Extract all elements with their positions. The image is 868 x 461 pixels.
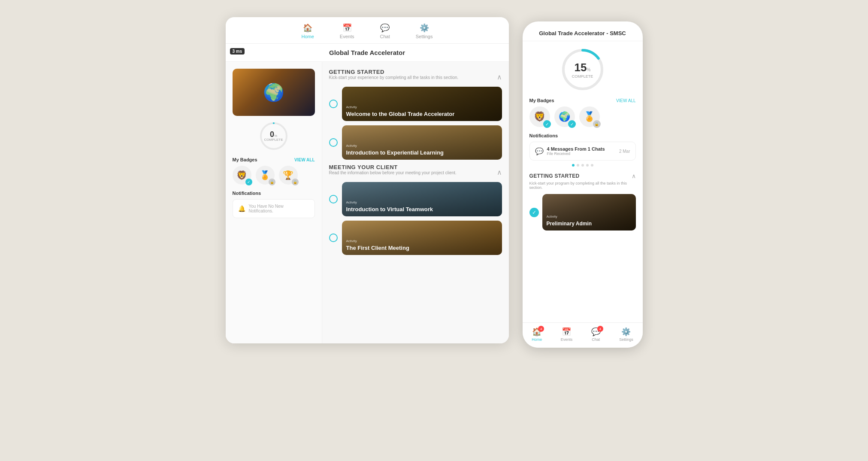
meeting-client-header: MEETING YOUR CLIENT Read the information… xyxy=(329,164,502,180)
badges-section-header: My Badges VIEW ALL xyxy=(233,157,315,162)
activity-card-teamwork[interactable]: Activity Introduction to Virtual Teamwor… xyxy=(329,182,502,216)
activity-name-teamwork: Introduction to Virtual Teamwork xyxy=(346,206,433,212)
badge-check-1: ✓ xyxy=(245,179,252,185)
activity-thumb-first-meeting[interactable]: Activity The First Client Meeting xyxy=(342,221,502,255)
activity-text-experiential: Activity Introduction to Experiential Le… xyxy=(346,144,444,156)
phone-tab-events[interactable]: 📅 Events xyxy=(561,327,573,342)
phone-progress-text: 15% COMPLETE xyxy=(572,61,593,79)
getting-started-collapse-btn[interactable]: ∧ xyxy=(497,73,502,81)
activity-tag-teamwork: Activity xyxy=(346,200,433,204)
activity-tag-first-meeting: Activity xyxy=(346,239,409,243)
phone-activity-checkbox-prelim[interactable]: ✓ xyxy=(529,208,539,217)
dot-1 xyxy=(572,164,575,167)
activity-name-experiential: Introduction to Experiential Learning xyxy=(346,149,444,156)
tab-home-label: Home xyxy=(302,34,314,39)
badge-emoji-3: 🏆 xyxy=(283,170,293,180)
phone-activity-card-prelim[interactable]: ✓ Activity Preliminary Admin xyxy=(529,194,636,230)
phone-progress-percent: % xyxy=(587,67,591,72)
activity-checkbox-welcome[interactable] xyxy=(329,100,338,108)
phone-navigation: 🏠 4 Home 📅 Events 💬 4 Chat ⚙️ Settings xyxy=(523,322,643,348)
tab-events[interactable]: 📅 Events xyxy=(340,23,354,39)
notifications-box: 🔔 You Have No New Notifications. xyxy=(233,199,315,218)
phone-progress-number: 15 xyxy=(575,61,587,74)
activity-bg-teamwork: Activity Introduction to Virtual Teamwor… xyxy=(342,182,502,216)
badge-lock-3: 🔒 xyxy=(292,179,299,185)
phone-activity-tag-prelim: Activity xyxy=(547,215,592,218)
phone-badges-section: My Badges VIEW ALL 🦁 ✓ 🌍 ✓ 🏅 🔒 xyxy=(529,98,636,127)
badges-title: My Badges xyxy=(233,157,257,162)
phone-notif-content: 4 Messages From 1 Chats File Received xyxy=(547,146,605,156)
phone-notif-date: 2 Mar xyxy=(619,149,630,154)
dot-5 xyxy=(591,164,593,167)
getting-started-desc: Kick-start your experience by completing… xyxy=(329,75,459,80)
phone-gs-collapse-btn[interactable]: ∧ xyxy=(632,173,636,179)
phone-notifications-title: Notifications xyxy=(529,133,636,138)
phone-home-badge: 4 xyxy=(538,326,544,332)
phone-tab-settings-label: Settings xyxy=(619,337,633,342)
badge-lock-2: 🔒 xyxy=(269,179,275,185)
tablet-main-content: GETTING STARTED Kick-start your experien… xyxy=(322,62,509,343)
phone-carousel-dots xyxy=(529,164,636,167)
activity-thumb-experiential[interactable]: Activity Introduction to Experiential Le… xyxy=(342,125,502,160)
getting-started-section: GETTING STARTED Kick-start your experien… xyxy=(329,69,502,160)
tablet-sidebar: 🌍 0% COMPLETE My Badges VIEW ALL xyxy=(226,62,322,343)
activity-card-first-meeting[interactable]: Activity The First Client Meeting xyxy=(329,221,502,255)
tab-chat[interactable]: 💬 Chat xyxy=(380,23,390,39)
tablet-body: 🌍 0% COMPLETE My Badges VIEW ALL xyxy=(226,62,509,343)
activity-card-welcome[interactable]: Activity Welcome to the Global Trade Acc… xyxy=(329,87,502,121)
meeting-client-title: MEETING YOUR CLIENT xyxy=(329,164,457,170)
phone-badges-title: My Badges xyxy=(529,98,554,103)
meeting-client-desc: Read the information below before your m… xyxy=(329,170,457,175)
phone-badge-emoji-1: 🦁 xyxy=(534,111,545,122)
tab-home[interactable]: 🏠 Home xyxy=(302,23,314,39)
bell-icon: 🔔 xyxy=(238,205,245,212)
activity-checkbox-first-meeting[interactable] xyxy=(329,234,338,242)
phone-getting-started-section: GETTING STARTED ∧ Kick-start your progra… xyxy=(529,173,636,230)
activity-thumb-welcome[interactable]: Activity Welcome to the Global Trade Acc… xyxy=(342,87,502,121)
phone-tab-chat[interactable]: 💬 4 Chat xyxy=(591,327,601,342)
phone-badge-2: 🌍 ✓ xyxy=(554,106,575,127)
phone-badges-row: 🦁 ✓ 🌍 ✓ 🏅 🔒 xyxy=(529,106,636,127)
badge-emoji-1: 🦁 xyxy=(236,170,247,180)
progress-text: 0% COMPLETE xyxy=(264,130,283,142)
phone-activity-bg-prelim: Activity Preliminary Admin xyxy=(542,194,636,230)
activity-thumb-teamwork[interactable]: Activity Introduction to Virtual Teamwor… xyxy=(342,182,502,216)
getting-started-title: GETTING STARTED xyxy=(329,69,459,75)
phone-tab-settings[interactable]: ⚙️ Settings xyxy=(619,327,633,342)
phone-badge-emoji-3: 🏅 xyxy=(584,111,595,122)
activity-tag-welcome: Activity xyxy=(346,105,455,109)
phone-header: Global Trade Accelerator - SMSC xyxy=(523,21,643,41)
phone-notif-icon: 💬 xyxy=(535,147,544,155)
chat-icon: 💬 xyxy=(380,23,390,33)
activity-card-experiential[interactable]: Activity Introduction to Experiential Le… xyxy=(329,125,502,160)
phone-notification-card[interactable]: 💬 4 Messages From 1 Chats File Received … xyxy=(529,142,636,161)
phone-badge-check-2: ✓ xyxy=(568,120,576,128)
tab-chat-label: Chat xyxy=(380,34,390,39)
activity-checkbox-experiential[interactable] xyxy=(329,138,338,147)
phone-gs-title: GETTING STARTED xyxy=(529,173,580,179)
badge-item-2: 🏅 🔒 xyxy=(256,166,275,185)
badge-emoji-2: 🏅 xyxy=(260,170,270,180)
activity-name-welcome: Welcome to the Global Trade Accelerator xyxy=(346,111,455,117)
phone-tab-home[interactable]: 🏠 4 Home xyxy=(532,327,542,342)
tab-settings[interactable]: ⚙️ Settings xyxy=(416,23,433,39)
phone-activity-thumb-prelim[interactable]: Activity Preliminary Admin xyxy=(542,194,636,230)
hero-image: 🌍 xyxy=(233,69,315,116)
phone-events-icon: 📅 xyxy=(562,327,571,337)
phone-activity-text-prelim: Activity Preliminary Admin xyxy=(547,215,592,227)
phone-badges-header: My Badges VIEW ALL xyxy=(529,98,636,103)
phone-view-all-link[interactable]: VIEW ALL xyxy=(616,98,636,103)
meeting-client-collapse-btn[interactable]: ∧ xyxy=(497,168,502,176)
progress-label: COMPLETE xyxy=(264,138,283,142)
phone-body: 15% COMPLETE My Badges VIEW ALL 🦁 ✓ 🌍 ✓ xyxy=(523,41,643,322)
tablet-device: 🏠 Home 📅 Events 💬 Chat ⚙️ Settings 3 ms … xyxy=(226,17,509,343)
phone-notifications-section: Notifications 💬 4 Messages From 1 Chats … xyxy=(529,133,636,167)
phone-notif-subtitle: File Received xyxy=(547,152,605,156)
phone-badge-emoji-2: 🌍 xyxy=(559,111,570,122)
view-all-badges-link[interactable]: VIEW ALL xyxy=(294,158,315,162)
activity-bg-welcome: Activity Welcome to the Global Trade Acc… xyxy=(342,87,502,121)
phone-activity-name-prelim: Preliminary Admin xyxy=(547,221,592,227)
phone-badge-lock-3: 🔒 xyxy=(593,120,601,128)
phone-gs-header: GETTING STARTED ∧ xyxy=(529,173,636,179)
activity-checkbox-teamwork[interactable] xyxy=(329,195,338,203)
